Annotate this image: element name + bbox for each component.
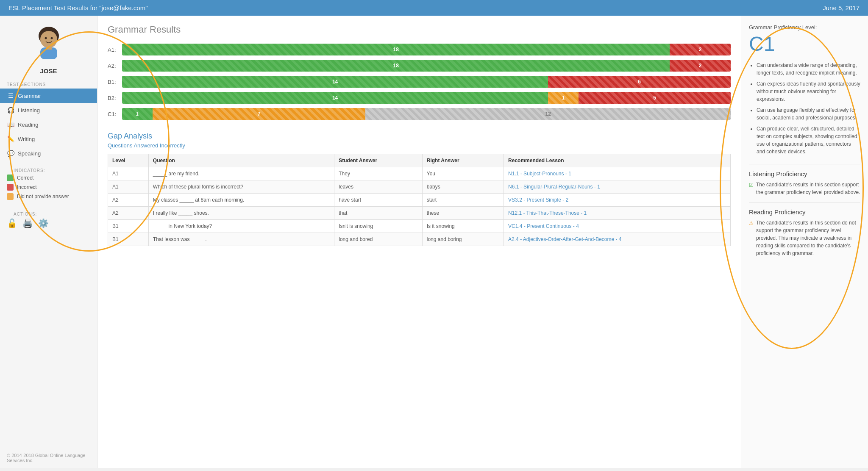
proficiency-level-value: C1 xyxy=(749,32,860,55)
sidebar-item-label-listening: Listening xyxy=(18,107,40,114)
table-row: A1 Which of these plural forms is incorr… xyxy=(108,180,731,194)
bar-orange-b2: 1 xyxy=(548,92,579,104)
gap-analysis-subtitle: Questions Answered Incorrectly xyxy=(108,142,731,149)
header-date: June 5, 2017 xyxy=(823,4,860,11)
settings-icon[interactable]: ⚙️ xyxy=(38,218,49,228)
cell-right-answer: Is it snowing xyxy=(422,220,504,233)
listening-section: Listening Proficiency ☑ The candidate's … xyxy=(749,164,860,196)
svg-point-2 xyxy=(45,37,47,39)
cell-question: _____ in New York today? xyxy=(148,220,334,233)
footer-text: © 2014-2018 Global Online Language Servi… xyxy=(0,448,97,468)
reading-section: Reading Proficiency ⚠ The candidate's re… xyxy=(749,202,860,257)
cell-level: B1 xyxy=(108,233,149,246)
cell-lesson: N6.1 - Singular-Plural-Regular-Nouns - 1 xyxy=(504,180,731,194)
cell-level: B1 xyxy=(108,220,149,233)
indicators-label: INDICATORS: xyxy=(7,166,90,175)
indicator-correct: Correct xyxy=(7,175,90,181)
bar-label-b2: B2: xyxy=(108,95,122,101)
header: ESL Placement Test Results for "jose@fak… xyxy=(0,0,868,16)
bar-orange-c1: 7 xyxy=(153,108,366,120)
table-row: B1 That lesson was _____. long and bored… xyxy=(108,233,731,246)
listening-note: ☑ The candidate's results in this sectio… xyxy=(749,181,860,196)
print-icon[interactable]: 🖨️ xyxy=(22,218,33,228)
actions-section: ACTIONS: 🔓 🖨️ ⚙️ xyxy=(0,206,97,235)
results-table: Level Question Student Answer Right Answ… xyxy=(108,154,731,246)
col-level: Level xyxy=(108,154,149,167)
sidebar-item-writing[interactable]: ✏️ Writing xyxy=(0,132,97,146)
sidebar-item-listening[interactable]: 🎧 Listening xyxy=(0,103,97,117)
lock-icon[interactable]: 🔓 xyxy=(7,218,17,228)
listening-note-text: The candidate's results in this section … xyxy=(756,181,860,196)
sidebar: JOSE TEST SECTIONS ☰ Grammar 🎧 Listening… xyxy=(0,16,97,468)
table-row: A2 I really like _____ shoes. that these… xyxy=(108,207,731,220)
grammar-results-title: Grammar Results xyxy=(108,24,731,35)
cell-lesson: N12.1 - This-That-These-Those - 1 xyxy=(504,207,731,220)
cell-student-answer: have start xyxy=(334,194,423,207)
avatar xyxy=(32,24,66,62)
cell-lesson: VS3.2 - Present Simple - 2 xyxy=(504,194,731,207)
bar-label-a1: A1: xyxy=(108,47,122,53)
bar-green-c1: 1 xyxy=(122,108,153,120)
grammar-icon: ☰ xyxy=(7,92,14,99)
bar-track-a2: 18 2 xyxy=(122,60,731,72)
sidebar-item-label-reading: Reading xyxy=(18,122,38,128)
bar-red-b2: 5 xyxy=(579,92,731,104)
test-sections-label: TEST SECTIONS xyxy=(0,80,97,89)
bar-green-a1: 18 xyxy=(122,44,670,55)
indicators-section: INDICATORS: Correct Incorrect Did not pr… xyxy=(0,161,97,206)
cell-lesson: VC1.4 - Present Continuous - 4 xyxy=(504,220,731,233)
bullet-3: Can use language flexibly and effectivel… xyxy=(757,106,860,122)
cell-student-answer: Isn't is snowing xyxy=(334,220,423,233)
cell-student-answer: long and bored xyxy=(334,233,423,246)
indicator-incorrect: Incorrect xyxy=(7,184,90,191)
bar-row-a1: A1: 18 2 xyxy=(108,44,731,55)
cell-right-answer: babys xyxy=(422,180,504,194)
bullet-1: Can understand a wide range of demanding… xyxy=(757,61,860,77)
proficiency-bullets: Can understand a wide range of demanding… xyxy=(749,61,860,155)
content-area: Grammar Results A1: 18 2 A2: 18 2 xyxy=(97,16,741,468)
bullet-2: Can express ideas fluently and spontaneo… xyxy=(757,80,860,103)
incorrect-color-box xyxy=(7,184,14,191)
cell-right-answer: long and boring xyxy=(422,233,504,246)
sidebar-item-label-speaking: Speaking xyxy=(18,150,41,157)
correct-label: Correct xyxy=(17,175,33,181)
bar-label-a2: A2: xyxy=(108,63,122,69)
bar-gray-c1: 12 xyxy=(365,108,731,120)
table-header-row: Level Question Student Answer Right Answ… xyxy=(108,154,731,167)
cell-student-answer: that xyxy=(334,207,423,220)
avatar-container xyxy=(0,16,97,66)
no-answer-label: Did not provide answer xyxy=(17,194,69,199)
cell-right-answer: start xyxy=(422,194,504,207)
main-layout: JOSE TEST SECTIONS ☰ Grammar 🎧 Listening… xyxy=(0,16,868,468)
bar-red-b1: 6 xyxy=(548,76,731,88)
cell-question: That lesson was _____. xyxy=(148,233,334,246)
table-row: B1 _____ in New York today? Isn't is sno… xyxy=(108,220,731,233)
reading-section-title: Reading Proficiency xyxy=(749,208,860,216)
indicator-no-answer: Did not provide answer xyxy=(7,193,90,200)
sidebar-item-grammar[interactable]: ☰ Grammar xyxy=(0,89,97,103)
sidebar-item-speaking[interactable]: 💬 Speaking xyxy=(0,146,97,161)
actions-label: ACTIONS: xyxy=(7,209,90,218)
bar-row-b1: B1: 14 6 xyxy=(108,76,731,88)
col-student-answer: Student Answer xyxy=(334,154,423,167)
bar-red-a2: 2 xyxy=(670,60,731,72)
bar-row-b2: B2: 14 1 5 xyxy=(108,92,731,104)
reading-note: ⚠ The candidate's results in this sectio… xyxy=(749,219,860,257)
svg-rect-5 xyxy=(46,46,52,50)
reading-icon: 📖 xyxy=(7,121,14,128)
bar-red-a1: 2 xyxy=(670,44,731,55)
sidebar-item-reading[interactable]: 📖 Reading xyxy=(0,117,97,132)
cell-level: A2 xyxy=(108,194,149,207)
bar-track-c1: 1 7 12 xyxy=(122,108,731,120)
cell-lesson: A2.4 - Adjectives-Order-After-Get-And-Be… xyxy=(504,233,731,246)
gap-analysis-section: Gap Analysis Questions Answered Incorrec… xyxy=(108,132,731,246)
grammar-bars: A1: 18 2 A2: 18 2 B1: 14 6 xyxy=(108,44,731,120)
cell-level: A1 xyxy=(108,180,149,194)
cell-question: _____ are my friend. xyxy=(148,167,334,180)
sidebar-item-label-grammar: Grammar xyxy=(18,93,41,99)
table-row: A2 My classes _____ at 8am each morning.… xyxy=(108,194,731,207)
actions-row: 🔓 🖨️ ⚙️ xyxy=(7,218,90,228)
svg-point-3 xyxy=(50,37,53,39)
cell-lesson: N1.1 - Subject-Pronouns - 1 xyxy=(504,167,731,180)
proficiency-label: Grammar Proficiency Level: xyxy=(749,24,860,30)
